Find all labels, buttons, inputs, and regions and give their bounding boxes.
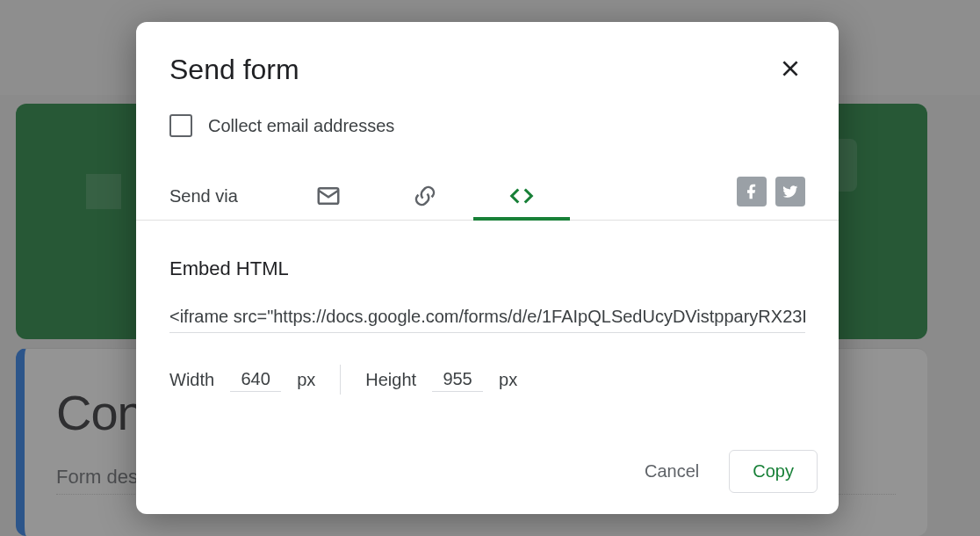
send-form-dialog: Send form Collect email addresses Send v… [136,22,839,514]
height-input[interactable] [432,367,483,392]
dialog-title: Send form [169,54,299,86]
tab-link[interactable] [377,172,473,220]
embed-section: Embed HTML Width px Height px [136,221,839,450]
send-via-row: Send via [136,141,839,221]
embed-icon [508,183,535,209]
close-button[interactable] [775,54,805,83]
email-icon [315,183,342,209]
width-unit: px [297,370,315,390]
close-icon [779,57,802,80]
send-via-label: Send via [169,186,238,206]
collect-emails-label: Collect email addresses [208,116,394,136]
dialog-header: Send form [136,22,839,95]
height-unit: px [499,370,517,390]
facebook-icon [743,183,760,200]
social-share-group [737,177,805,215]
viewport: Cont Form desc Send form Collect email a… [0,0,980,536]
cancel-button[interactable]: Cancel [622,451,722,492]
link-icon [412,183,438,209]
embed-section-title: Embed HTML [169,257,805,280]
share-twitter-button[interactable] [775,177,805,206]
collect-emails-row: Collect email addresses [136,95,839,141]
collect-emails-checkbox[interactable] [169,114,192,137]
embed-code-field[interactable] [169,301,805,333]
width-input[interactable] [230,367,281,392]
tab-embed[interactable] [473,172,570,220]
width-label: Width [169,370,214,390]
twitter-icon [782,183,799,200]
copy-button[interactable]: Copy [729,450,818,493]
share-facebook-button[interactable] [737,177,767,206]
dimensions-row: Width px Height px [169,365,805,395]
dialog-actions: Cancel Copy [136,450,839,514]
height-label: Height [365,370,416,390]
dimension-separator [340,365,341,395]
tab-email[interactable] [280,172,377,220]
